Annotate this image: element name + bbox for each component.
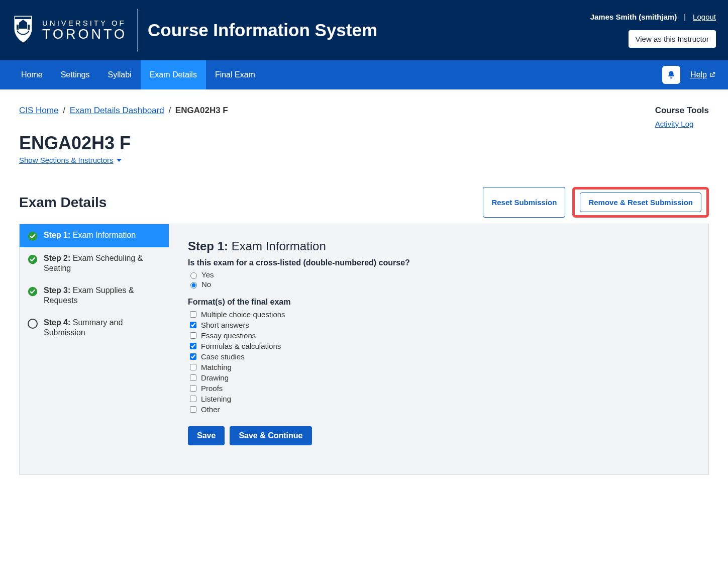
checkbox-input[interactable] [190, 364, 196, 370]
nav-item-exam-details[interactable]: Exam Details [141, 60, 206, 89]
separator: | [684, 13, 686, 21]
radio-input[interactable] [190, 272, 197, 279]
check-circle-icon [28, 231, 38, 241]
breadcrumb-home[interactable]: CIS Home [19, 106, 58, 115]
q2-option[interactable]: Other [188, 405, 689, 414]
highlight-annotation: Remove & Reset Submission [572, 187, 709, 218]
section-buttons: Reset Submission Remove & Reset Submissi… [483, 187, 709, 218]
navbar: Home Settings Syllabi Exam Details Final… [0, 60, 728, 89]
nav-item-syllabi[interactable]: Syllabi [99, 60, 141, 89]
q2-option[interactable]: Proofs [188, 383, 689, 393]
view-as-instructor-button[interactable]: View as this Instructor [629, 30, 716, 48]
show-sections-toggle[interactable]: Show Sections & Instructors [19, 156, 122, 164]
step-nav-item-3[interactable]: Step 3: Exam Supplies & Requests [20, 279, 169, 312]
activity-log-link[interactable]: Activity Log [655, 120, 694, 128]
help-link[interactable]: Help [690, 70, 716, 79]
option-label: Listening [201, 395, 231, 403]
nav-right: Help [662, 66, 716, 84]
nav-item-settings[interactable]: Settings [52, 60, 99, 89]
page-title: ENGA02H3 F [19, 133, 709, 154]
option-label: Short answers [201, 321, 249, 329]
q2-option[interactable]: Case studies [188, 352, 689, 361]
checkbox-input[interactable] [190, 343, 196, 349]
option-label: Multiple choice questions [201, 310, 285, 319]
external-link-icon [709, 71, 716, 78]
app-title: Course Information System [148, 20, 377, 40]
option-label: Other [201, 405, 220, 414]
checkbox-input[interactable] [190, 311, 196, 318]
notifications-button[interactable] [662, 66, 680, 84]
step-content: Step 1: Exam Information Is this exam fo… [169, 224, 708, 474]
checkbox-input[interactable] [190, 396, 196, 402]
check-circle-icon [28, 254, 38, 264]
help-label: Help [690, 70, 707, 79]
q1-label: Is this exam for a cross-listed (double-… [188, 258, 689, 267]
exam-details-header: Exam Details Reset Submission Remove & R… [19, 187, 709, 218]
q2-option[interactable]: Listening [188, 394, 689, 404]
checkbox-input[interactable] [190, 385, 196, 392]
remove-reset-submission-button[interactable]: Remove & Reset Submission [580, 193, 701, 212]
content: Course Tools Activity Log CIS Home / Exa… [0, 89, 728, 505]
checkbox-input[interactable] [190, 406, 196, 413]
bell-icon [667, 70, 676, 79]
breadcrumb: CIS Home / Exam Details Dashboard / ENGA… [19, 106, 709, 116]
step-label: Step 2: Exam Scheduling & Seating [44, 253, 161, 273]
breadcrumb-current: ENGA02H3 F [175, 106, 228, 115]
save-continue-button[interactable]: Save & Continue [230, 426, 311, 445]
q1-option[interactable]: Yes [188, 270, 689, 279]
question-formats: Format(s) of the final exam Multiple cho… [188, 298, 689, 414]
option-label: Drawing [201, 373, 229, 382]
q2-label: Format(s) of the final exam [188, 298, 689, 307]
divider [137, 9, 138, 52]
checkbox-input[interactable] [190, 353, 196, 360]
brand-line1: UNIVERSITY OF [42, 19, 127, 27]
q2-option[interactable]: Multiple choice questions [188, 310, 689, 319]
university-crest-icon [12, 14, 34, 47]
breadcrumb-sep: / [63, 106, 65, 115]
step-label: Step 1: Exam Information [44, 230, 136, 240]
step-nav-item-2[interactable]: Step 2: Exam Scheduling & Seating [20, 247, 169, 279]
exam-details-panel: Step 1: Exam InformationStep 2: Exam Sch… [19, 224, 709, 475]
step-nav-item-4[interactable]: Step 4: Summary and Submission [20, 312, 169, 344]
logout-link[interactable]: Logout [693, 13, 716, 21]
breadcrumb-sep: / [168, 106, 171, 115]
radio-input[interactable] [190, 282, 197, 288]
svg-rect-1 [17, 25, 19, 30]
checkbox-input[interactable] [190, 374, 196, 381]
q2-option[interactable]: Formulas & calculations [188, 341, 689, 351]
q2-option[interactable]: Essay questions [188, 331, 689, 340]
nav-item-home[interactable]: Home [12, 60, 52, 89]
nav-item-final-exam[interactable]: Final Exam [206, 60, 264, 89]
reset-submission-button[interactable]: Reset Submission [483, 187, 565, 218]
branding: UNIVERSITY OF TORONTO Course Information… [12, 0, 377, 60]
exam-details-heading: Exam Details [19, 195, 107, 211]
save-button[interactable]: Save [188, 426, 225, 445]
breadcrumb-dashboard[interactable]: Exam Details Dashboard [70, 106, 164, 115]
chevron-down-icon [117, 159, 122, 162]
option-label: Yes [201, 270, 214, 279]
step-label: Step 4: Summary and Submission [44, 318, 161, 338]
topbar-right: James Smith (smithjam) | Logout View as … [590, 13, 716, 48]
user-line: James Smith (smithjam) | Logout [590, 13, 716, 21]
check-circle-icon [28, 286, 38, 297]
question-crosslisted: Is this exam for a cross-listed (double-… [188, 258, 689, 288]
topbar: UNIVERSITY OF TORONTO Course Information… [0, 0, 728, 60]
user-display: James Smith (smithjam) [590, 13, 677, 21]
checkbox-input[interactable] [190, 322, 196, 328]
option-label: No [201, 280, 211, 288]
q1-option[interactable]: No [188, 280, 689, 288]
checkbox-input[interactable] [190, 332, 196, 339]
brand-line2: TORONTO [42, 27, 127, 41]
show-sections-label: Show Sections & Instructors [19, 156, 114, 164]
q2-option[interactable]: Matching [188, 362, 689, 372]
step-nav: Step 1: Exam InformationStep 2: Exam Sch… [20, 224, 169, 474]
step-nav-item-1[interactable]: Step 1: Exam Information [20, 224, 169, 247]
svg-rect-0 [15, 17, 31, 19]
step1-heading: Step 1: Exam Information [188, 239, 689, 253]
empty-circle-icon [28, 319, 38, 329]
course-tools-title: Course Tools [655, 106, 709, 116]
q2-option[interactable]: Short answers [188, 320, 689, 330]
option-label: Proofs [201, 384, 223, 393]
q2-option[interactable]: Drawing [188, 373, 689, 382]
option-label: Matching [201, 363, 232, 371]
